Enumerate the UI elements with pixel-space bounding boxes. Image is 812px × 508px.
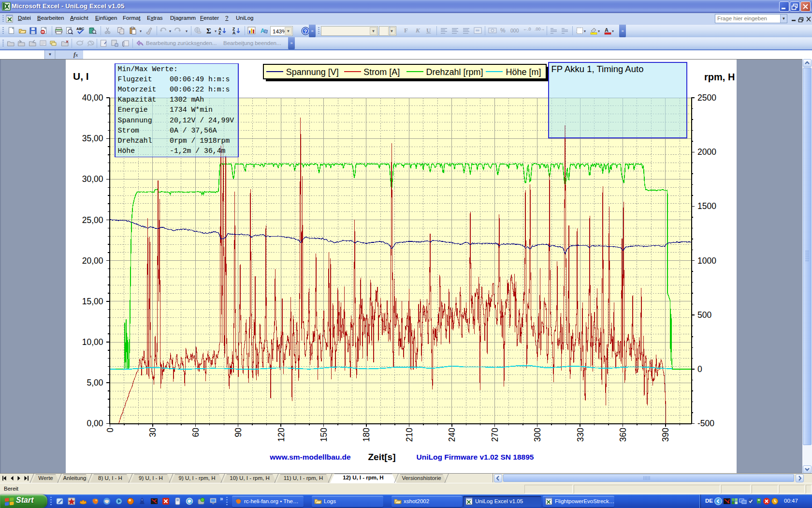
svg-text:Kapazität: Kapazität	[118, 96, 157, 104]
svg-text:FP Akku 1, Timing Auto: FP Akku 1, Timing Auto	[551, 64, 644, 74]
svg-text:60: 60	[191, 428, 201, 437]
svg-text:Höhe [m]: Höhe [m]	[506, 67, 541, 77]
svg-text:30: 30	[148, 428, 158, 437]
svg-text:1734 W*min: 1734 W*min	[170, 106, 213, 114]
svg-text:20,12V / 24,99V: 20,12V / 24,99V	[170, 117, 234, 124]
svg-text:360: 360	[618, 428, 628, 442]
svg-text:1500: 1500	[697, 201, 716, 211]
svg-text:-1,2m / 36,4m: -1,2m / 36,4m	[170, 147, 226, 155]
svg-text:20,00: 20,00	[82, 256, 103, 266]
svg-text:www.sm-modellbau.de: www.sm-modellbau.de	[269, 453, 351, 461]
svg-text:330: 330	[576, 428, 585, 442]
svg-text:30,00: 30,00	[82, 174, 103, 184]
svg-text:2500: 2500	[697, 93, 716, 103]
svg-text:390: 390	[661, 428, 670, 442]
svg-text:rpm, H: rpm, H	[704, 72, 735, 82]
svg-text:Σ: Σ	[206, 27, 211, 35]
svg-text:240: 240	[447, 428, 457, 442]
svg-text:U, I: U, I	[73, 71, 89, 82]
svg-text:0A / 37,56A: 0A / 37,56A	[170, 127, 217, 134]
svg-text:Motorzeit: Motorzeit	[118, 86, 157, 93]
svg-text:Spannung [V]: Spannung [V]	[286, 67, 339, 77]
svg-text:1302 mAh: 1302 mAh	[170, 96, 204, 104]
svg-text:40,00: 40,00	[82, 93, 103, 103]
svg-text:-500: -500	[697, 418, 714, 428]
svg-text:Strom: Strom	[118, 127, 140, 134]
svg-text:Z: Z	[218, 30, 221, 35]
svg-text:00:06:22 h:m:s: 00:06:22 h:m:s	[170, 86, 230, 93]
svg-text:210: 210	[405, 428, 414, 442]
svg-text:Drehzahl [rpm]: Drehzahl [rpm]	[426, 67, 483, 77]
svg-text:A: A	[232, 30, 235, 35]
svg-text:0: 0	[697, 364, 702, 374]
svg-text:180: 180	[362, 428, 371, 442]
svg-text:15,00: 15,00	[82, 297, 103, 306]
svg-text:1000: 1000	[697, 256, 716, 266]
svg-text:A: A	[605, 27, 609, 33]
svg-text:Höhe: Höhe	[118, 147, 135, 155]
svg-text:2000: 2000	[697, 147, 716, 157]
svg-text:0rpm / 1918rpm: 0rpm / 1918rpm	[170, 137, 230, 145]
svg-text:500: 500	[697, 310, 711, 320]
svg-text:5,00: 5,00	[87, 378, 103, 388]
svg-text:25,00: 25,00	[82, 215, 103, 225]
svg-text:0: 0	[105, 428, 115, 433]
svg-text:Min/Max Werte:: Min/Max Werte:	[118, 65, 178, 73]
svg-text:?: ?	[304, 29, 307, 34]
svg-text:120: 120	[276, 428, 286, 442]
svg-text:Strom [A]: Strom [A]	[363, 67, 400, 77]
svg-text:150: 150	[319, 428, 329, 442]
svg-text:UniLog Firmware v1.02 SN 18895: UniLog Firmware v1.02 SN 18895	[417, 453, 534, 461]
svg-text:300: 300	[533, 428, 542, 442]
svg-text:270: 270	[490, 428, 500, 442]
svg-text:35,00: 35,00	[82, 134, 103, 143]
svg-text:10,00: 10,00	[82, 337, 103, 347]
svg-text:Drehzahl: Drehzahl	[118, 137, 152, 145]
svg-text:Energie: Energie	[118, 106, 148, 114]
svg-text:0,00: 0,00	[87, 418, 103, 428]
svg-text:Spannung: Spannung	[118, 117, 152, 124]
svg-text:00:06:49 h:m:s: 00:06:49 h:m:s	[170, 75, 230, 83]
svg-text:90: 90	[233, 428, 243, 437]
svg-text:Zeit[s]: Zeit[s]	[368, 452, 396, 462]
svg-text:Flugzeit: Flugzeit	[118, 75, 152, 83]
